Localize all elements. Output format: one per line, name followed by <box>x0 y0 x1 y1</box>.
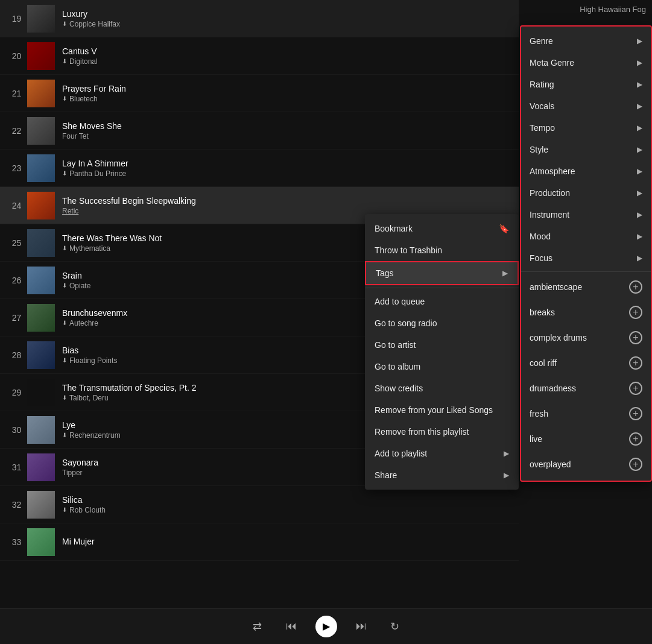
tag-category-item[interactable]: Mood▶ <box>521 226 651 247</box>
tag-label: breaks <box>530 308 555 317</box>
tag-category-item[interactable]: Rating▶ <box>521 74 651 95</box>
menu-item-label: Bookmark <box>375 224 413 233</box>
track-row[interactable]: 33Mi Mujer <box>0 523 519 561</box>
tag-category-item[interactable]: Genre▶ <box>521 30 651 52</box>
track-thumbnail <box>27 117 55 145</box>
track-thumbnail <box>27 416 55 444</box>
context-menu-item[interactable]: Add to queue <box>365 291 519 312</box>
menu-item-label: Share <box>375 470 397 480</box>
tag-category-label: Meta Genre <box>530 58 574 68</box>
track-number: 32 <box>6 500 27 510</box>
track-row[interactable]: 23Lay In A Shimmer⬇Pantha Du Prince <box>0 150 519 187</box>
track-artist: Four Tet <box>62 132 513 140</box>
add-tag-button[interactable]: + <box>629 356 642 370</box>
track-thumbnail <box>27 528 55 556</box>
add-tag-button[interactable]: + <box>629 306 642 319</box>
context-menu-item[interactable]: Go to artist <box>365 334 519 356</box>
track-number: 24 <box>6 201 27 210</box>
shuffle-button[interactable]: ⇄ <box>248 617 267 636</box>
context-menu-item[interactable]: Remove from this playlist <box>365 421 519 443</box>
tag-category-item[interactable]: Atmosphere▶ <box>521 160 651 182</box>
artist-name: Mythematica <box>69 244 110 253</box>
tag-category-label: Rating <box>530 80 554 89</box>
menu-item-label: Go to artist <box>375 340 416 350</box>
tag-category-item[interactable]: Style▶ <box>521 139 651 160</box>
tag-category-item[interactable]: Focus▶ <box>521 247 651 269</box>
now-playing-bar: ⇄ ⏮ ▶ ⏭ ↻ <box>0 608 652 644</box>
track-row[interactable]: 20Cantus V⬇Digitonal <box>0 37 519 75</box>
menu-item-label: Add to playlist <box>375 449 427 458</box>
download-icon: ⬇ <box>62 507 67 513</box>
artist-name: Digitonal <box>69 57 98 66</box>
track-row[interactable]: 22She Moves SheFour Tet <box>0 112 519 150</box>
tag-item[interactable]: drumadness+ <box>521 376 651 401</box>
add-tag-button[interactable]: + <box>629 280 642 294</box>
tag-label: fresh <box>530 409 548 418</box>
tag-category-item[interactable]: Production▶ <box>521 182 651 204</box>
repeat-button[interactable]: ↻ <box>385 617 405 636</box>
submenu-arrow-icon: ▶ <box>637 58 642 67</box>
context-menu-item[interactable]: Show credits <box>365 377 519 399</box>
tag-category-item[interactable]: Instrument▶ <box>521 204 651 226</box>
add-tag-button[interactable]: + <box>629 458 642 471</box>
submenu-arrow-icon: ▶ <box>504 449 509 458</box>
context-menu-item[interactable]: Tags▶ <box>365 261 519 285</box>
tag-item[interactable]: live+ <box>521 426 651 452</box>
track-row[interactable]: 21Prayers For Rain⬇Bluetech <box>0 75 519 112</box>
tag-label: live <box>530 434 542 444</box>
artist-link[interactable]: Retic <box>62 207 78 215</box>
track-artist: ⬇Pantha Du Prince <box>62 169 513 178</box>
submenu-arrow-icon: ▶ <box>504 471 509 479</box>
context-menu-item[interactable]: Throw to Trashbin <box>365 239 519 261</box>
context-menu-item[interactable]: Add to playlist▶ <box>365 443 519 464</box>
tag-item[interactable]: complex drums+ <box>521 325 651 350</box>
track-title: Luxury <box>62 9 513 19</box>
track-thumbnail <box>27 491 55 519</box>
track-title: Cantus V <box>62 46 513 56</box>
tag-label: complex drums <box>530 333 587 343</box>
context-menu-item[interactable]: Go to song radio <box>365 312 519 334</box>
bookmark-icon: 🔖 <box>499 224 509 233</box>
tag-label: overplayed <box>530 459 571 469</box>
add-tag-button[interactable]: + <box>629 432 642 446</box>
track-info: Luxury⬇Coppice Halifax <box>62 9 513 28</box>
add-tag-button[interactable]: + <box>629 331 642 344</box>
add-tag-button[interactable]: + <box>629 407 642 420</box>
artist-name: Four Tet <box>62 132 89 140</box>
track-artist: ⬇Bluetech <box>62 95 513 103</box>
play-button[interactable]: ▶ <box>315 616 337 637</box>
tag-item[interactable]: fresh+ <box>521 401 651 426</box>
next-button[interactable]: ⏭ <box>352 617 371 636</box>
context-menu-item[interactable]: Go to album <box>365 356 519 377</box>
track-number: 25 <box>6 238 27 248</box>
tag-item[interactable]: overplayed+ <box>521 452 651 477</box>
track-number: 19 <box>6 14 27 24</box>
context-menu-item[interactable]: Remove from your Liked Songs <box>365 399 519 421</box>
tag-category-label: Style <box>530 145 548 154</box>
prev-button[interactable]: ⏮ <box>282 617 301 636</box>
track-row[interactable]: 19Luxury⬇Coppice Halifax <box>0 0 519 37</box>
context-menu-item[interactable]: Share▶ <box>365 464 519 486</box>
track-number: 29 <box>6 388 27 397</box>
download-icon: ⬇ <box>62 320 67 326</box>
download-icon: ⬇ <box>62 245 67 251</box>
artist-name: Rechenzentrum <box>69 431 121 440</box>
tag-category-item[interactable]: Vocals▶ <box>521 95 651 117</box>
tag-category-label: Focus <box>530 253 552 263</box>
submenu-arrow-icon: ▶ <box>637 167 642 175</box>
add-tag-button[interactable]: + <box>629 382 642 395</box>
tag-category-item[interactable]: Tempo▶ <box>521 117 651 139</box>
track-thumbnail <box>27 229 55 257</box>
download-icon: ⬇ <box>62 394 67 401</box>
context-menu-item[interactable]: Bookmark🔖 <box>365 218 519 239</box>
menu-item-label: Go to album <box>375 362 420 371</box>
track-thumbnail <box>27 192 55 219</box>
track-number: 27 <box>6 313 27 323</box>
download-icon: ⬇ <box>62 432 67 438</box>
track-row[interactable]: 32Silica⬇Rob Clouth <box>0 486 519 523</box>
track-info: She Moves SheFour Tet <box>62 121 513 140</box>
tag-category-item[interactable]: Meta Genre▶ <box>521 52 651 74</box>
tag-item[interactable]: breaks+ <box>521 300 651 325</box>
tag-item[interactable]: cool riff+ <box>521 350 651 376</box>
tag-item[interactable]: ambientscape+ <box>521 274 651 300</box>
